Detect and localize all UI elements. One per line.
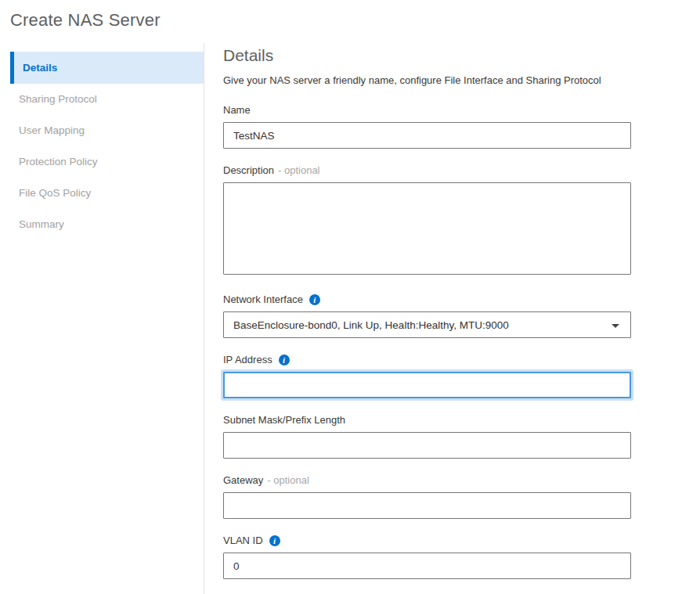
details-step-panel: Details Give your NAS server a friendly …: [204, 43, 632, 594]
sidebar-item-sharing-protocol[interactable]: Sharing Protocol: [10, 84, 204, 115]
description-optional-suffix: - optional: [278, 164, 319, 176]
description-textarea[interactable]: [223, 182, 631, 275]
network-interface-info-icon[interactable]: i: [309, 294, 320, 305]
sidebar-item-protection-policy[interactable]: Protection Policy: [10, 146, 204, 178]
subnet-input[interactable]: [223, 432, 631, 459]
vlan-id-label: VLAN ID: [223, 535, 263, 546]
page-title: Create NAS Server: [10, 10, 161, 31]
ip-address-info-icon[interactable]: i: [279, 355, 290, 365]
name-field-group: Name: [223, 104, 631, 149]
vlan-id-input[interactable]: [223, 553, 631, 579]
sidebar-item-file-qos-policy[interactable]: File QoS Policy: [10, 178, 204, 209]
wizard-steps-sidebar: Details Sharing Protocol User Mapping Pr…: [0, 43, 204, 594]
network-interface-selected-value: BaseEnclosure-bond0, Link Up, Health:Hea…: [233, 319, 509, 331]
chevron-down-icon: [612, 324, 619, 328]
gateway-optional-suffix: - optional: [267, 474, 309, 486]
name-input[interactable]: [223, 122, 631, 149]
gateway-label: Gateway: [223, 474, 263, 486]
sidebar-item-user-mapping[interactable]: User Mapping: [10, 115, 204, 146]
subnet-label: Subnet Mask/Prefix Length: [223, 414, 345, 426]
network-interface-label: Network Interface: [223, 293, 303, 305]
gateway-field-group: Gateway - optional: [223, 474, 631, 519]
vlan-id-field-group: VLAN ID i: [223, 535, 631, 579]
network-interface-field-group: Network Interface i BaseEnclosure-bond0,…: [223, 293, 631, 338]
gateway-input[interactable]: [223, 492, 631, 519]
ip-address-input[interactable]: [223, 372, 631, 398]
sidebar-item-summary[interactable]: Summary: [10, 209, 204, 240]
subnet-field-group: Subnet Mask/Prefix Length: [223, 414, 631, 459]
vlan-id-info-icon[interactable]: i: [269, 535, 280, 546]
sidebar-item-details[interactable]: Details: [10, 52, 204, 84]
ip-address-label: IP Address: [223, 354, 272, 365]
section-heading: Details: [223, 46, 632, 65]
ip-address-field-group: IP Address i: [223, 354, 631, 398]
description-label: Description: [223, 164, 274, 176]
name-label: Name: [223, 104, 251, 116]
description-field-group: Description - optional: [223, 164, 631, 278]
wizard-body: Details Sharing Protocol User Mapping Pr…: [0, 43, 700, 594]
section-subtitle: Give your NAS server a friendly name, co…: [223, 74, 632, 86]
network-interface-select[interactable]: BaseEnclosure-bond0, Link Up, Health:Hea…: [223, 311, 631, 338]
